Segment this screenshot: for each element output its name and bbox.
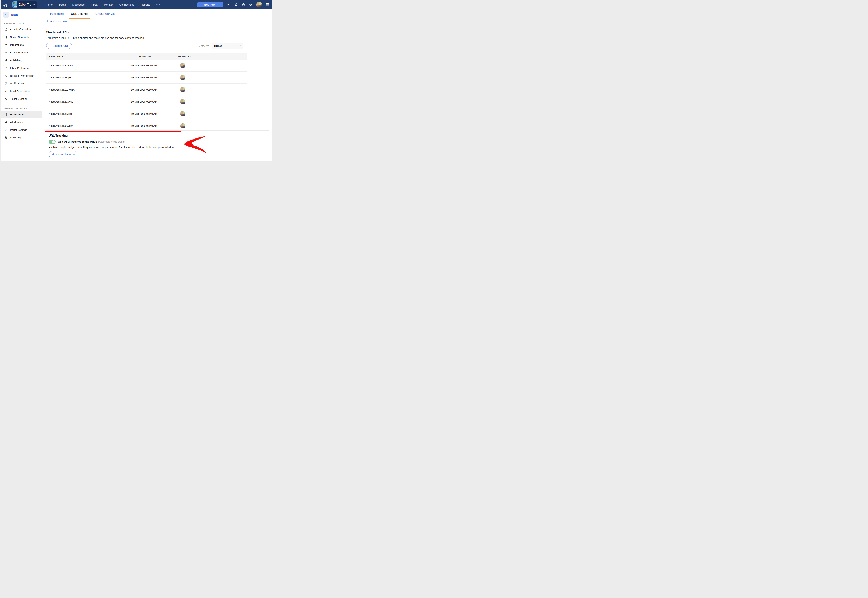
sidebar-item-ticket-creation[interactable]: Ticket Creation bbox=[0, 95, 42, 103]
nav-item-inbox[interactable]: Inbox bbox=[91, 3, 97, 6]
new-post-label: New Post bbox=[204, 3, 215, 6]
created-on-cell: 19 Mar 2026 03:40 AM bbox=[130, 112, 158, 115]
sidebar-item-label: Roles & Permissions bbox=[10, 74, 34, 77]
sidebar-item-social-channels[interactable]: Social Channels bbox=[0, 33, 42, 41]
bell-icon bbox=[4, 82, 7, 85]
column-header-short-urls: SHORT URLS bbox=[46, 55, 130, 58]
app-window: Zylker Travels Zylker T... Home Posts Me… bbox=[0, 0, 272, 161]
shortened-urls-description: Transform a long URL into a shorter and … bbox=[46, 36, 145, 39]
creator-avatar bbox=[180, 87, 186, 92]
shorten-url-button[interactable]: Shorten URL bbox=[46, 43, 72, 49]
info-icon bbox=[4, 28, 7, 31]
created-on-cell: 19 Mar 2026 03:40 AM bbox=[130, 76, 158, 79]
key-icon bbox=[4, 74, 7, 78]
divider bbox=[10, 3, 10, 7]
short-url-cell: https://zurl.co/PupKr bbox=[46, 76, 130, 79]
sidebar-item-label: Inbox Preferences bbox=[10, 66, 31, 69]
add-domain-link[interactable]: Add a domain bbox=[46, 19, 67, 23]
sidebar-item-brand-information[interactable]: Brand Information bbox=[0, 25, 42, 33]
add-domain-label: Add a domain bbox=[50, 19, 67, 23]
sidebar-item-integrations[interactable]: Integrations bbox=[0, 41, 42, 49]
back-button[interactable]: Back bbox=[0, 9, 42, 18]
wand-icon bbox=[4, 128, 7, 132]
sidebar-item-label: Portal Settings bbox=[10, 129, 27, 132]
creator-avatar bbox=[180, 123, 186, 129]
sidebar-item-notifications[interactable]: Notifications bbox=[0, 80, 42, 87]
sliders-icon bbox=[52, 153, 54, 155]
share-nodes-icon bbox=[4, 35, 7, 39]
utm-toggle-label: Add UTM Trackers to the URLs bbox=[58, 140, 97, 144]
sidebar-item-publishing[interactable]: Publishing bbox=[0, 57, 42, 64]
nav-item-reports[interactable]: Reports bbox=[141, 3, 150, 6]
short-url-cell: https://zurl.co/9yvdw bbox=[46, 124, 130, 127]
zylker-travels-logo: Zylker Travels bbox=[12, 1, 17, 8]
sidebar-item-roles-permissions[interactable]: Roles & Permissions bbox=[0, 72, 42, 80]
sidebar-item-label: Brand Information bbox=[10, 28, 31, 31]
sidebar-item-portal-settings[interactable]: Portal Settings bbox=[0, 126, 42, 134]
sidebar-item-brand-members[interactable]: Brand Members bbox=[0, 49, 42, 57]
settings-tabbar: Publishing URL Settings Create with Zia bbox=[42, 9, 272, 19]
apps-grid-icon[interactable] bbox=[266, 3, 269, 7]
user-avatar[interactable] bbox=[256, 2, 262, 7]
settings-sidebar: Back BRAND SETTINGS Brand Information So… bbox=[0, 9, 42, 161]
nav-item-monitor[interactable]: Monitor bbox=[104, 3, 113, 6]
toggle-knob bbox=[52, 140, 55, 144]
new-post-dropdown-button[interactable] bbox=[218, 2, 223, 7]
activity-lines-icon[interactable] bbox=[227, 3, 231, 7]
users-icon bbox=[4, 120, 7, 124]
sidebar-item-label: Brand Members bbox=[10, 51, 28, 54]
utm-tracker-toggle[interactable] bbox=[49, 140, 55, 144]
plus-icon bbox=[46, 20, 49, 22]
more-menu-icon[interactable] bbox=[156, 4, 160, 5]
tab-publishing[interactable]: Publishing bbox=[50, 9, 64, 19]
shortened-urls-title: Shortened URLs bbox=[46, 31, 69, 34]
customize-utm-button[interactable]: Customize UTM bbox=[49, 151, 78, 157]
user-funnel-icon bbox=[4, 90, 7, 93]
tab-url-settings[interactable]: URL Settings bbox=[71, 9, 88, 19]
creator-avatar bbox=[180, 63, 186, 68]
megaphone-icon[interactable] bbox=[249, 3, 253, 7]
creator-avatar bbox=[180, 111, 186, 116]
table-row[interactable]: https://zurl.co/tGUxw 19 Mar 2026 03:40 … bbox=[46, 96, 247, 108]
sidebar-item-label: Lead Generation bbox=[10, 90, 30, 93]
nav-item-messages[interactable]: Messages bbox=[72, 3, 85, 6]
table-row[interactable]: https://zurl.co/ZBWNA 19 Mar 2026 03:40 … bbox=[46, 84, 247, 96]
nav-item-home[interactable]: Home bbox=[45, 3, 52, 6]
users-icon bbox=[4, 51, 7, 54]
creator-avatar bbox=[180, 99, 186, 104]
sidebar-item-all-members[interactable]: All Members bbox=[0, 118, 42, 126]
arrow-left-icon bbox=[3, 12, 9, 18]
bell-icon[interactable] bbox=[234, 3, 238, 7]
sidebar-item-label: Ticket Creation bbox=[10, 97, 27, 100]
sliders-icon bbox=[4, 113, 7, 116]
table-row[interactable]: https://zurl.co/PupKr 19 Mar 2026 03:40 … bbox=[46, 72, 247, 84]
brand-selector[interactable]: Zylker Travels Zylker T... bbox=[12, 1, 37, 8]
svg-text:Travels: Travels bbox=[13, 6, 17, 7]
created-on-cell: 19 Mar 2026 03:40 AM bbox=[130, 64, 158, 67]
column-header-created-by: CREATED BY bbox=[158, 55, 247, 58]
sidebar-item-preference[interactable]: Preference bbox=[0, 111, 42, 118]
gear-icon[interactable] bbox=[242, 3, 245, 7]
nav-item-posts[interactable]: Posts bbox=[59, 3, 66, 6]
short-url-cell: https://zurl.co/LmrZa bbox=[46, 64, 130, 67]
new-post-button[interactable]: New Post bbox=[198, 2, 223, 7]
plus-icon bbox=[49, 45, 52, 47]
nav-item-connections[interactable]: Connections bbox=[119, 3, 134, 6]
sidebar-item-audit-log[interactable]: Audit Log bbox=[0, 134, 42, 142]
short-urls-table: SHORT URLS CREATED ON CREATED BY https:/… bbox=[46, 54, 247, 129]
sidebar-item-inbox-preferences[interactable]: Inbox Preferences bbox=[0, 64, 42, 72]
filter-domain-dropdown[interactable]: zurl.co bbox=[212, 43, 243, 49]
brand-selector-label: Zylker T... bbox=[19, 3, 31, 6]
column-header-created-on: CREATED ON bbox=[130, 55, 158, 58]
table-row[interactable]: https://zurl.co/LmrZa 19 Mar 2026 03:40 … bbox=[46, 60, 247, 72]
sidebar-item-label: Publishing bbox=[10, 59, 22, 62]
tab-create-with-zia[interactable]: Create with Zia bbox=[96, 9, 115, 19]
created-on-cell: 19 Mar 2026 03:40 AM bbox=[130, 88, 158, 91]
table-row[interactable]: https://zurl.co/sMtBl 19 Mar 2026 03:40 … bbox=[46, 108, 247, 120]
route-icon bbox=[4, 136, 7, 139]
zoho-social-logo-icon[interactable] bbox=[3, 2, 8, 7]
table-row[interactable]: https://zurl.co/9yvdw 19 Mar 2026 03:40 … bbox=[46, 120, 247, 129]
sidebar-item-lead-generation[interactable]: Lead Generation bbox=[0, 87, 42, 95]
horizontal-scrollbar[interactable] bbox=[46, 130, 269, 131]
back-label: Back bbox=[11, 13, 18, 16]
